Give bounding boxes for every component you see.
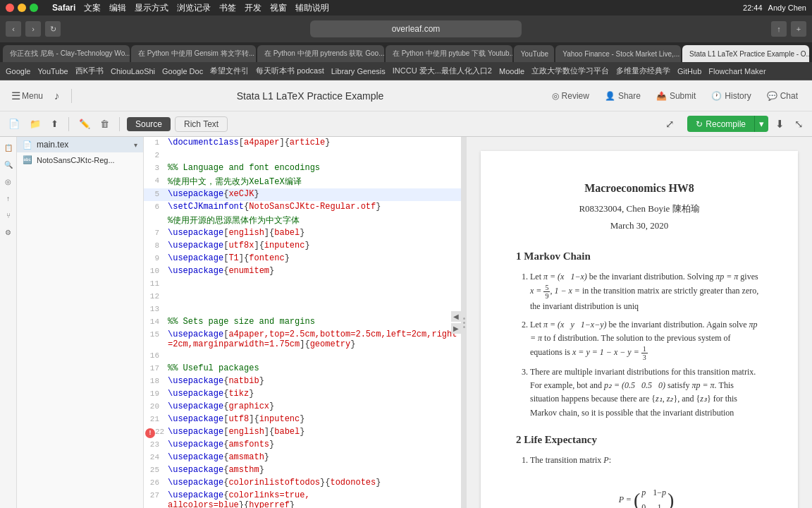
close-button[interactable] <box>6 4 14 12</box>
editor-toolbar: 📄 📁 ⬆ ✏️ 🗑 Source Rich Text ⤢ ↻ Recompil… <box>0 111 812 137</box>
editor-area: 1 \documentclass[a4paper]{article} 2 3 %… <box>144 137 461 508</box>
code-line-21: 21 \usepackage[utf8]{inputenc} <box>144 413 461 426</box>
review-button[interactable]: ◎ Review <box>546 88 595 104</box>
share-button[interactable]: 👤 Share <box>599 88 646 104</box>
code-line-16: 16 <box>144 350 461 363</box>
bookmark-github[interactable]: GitHub <box>677 67 701 75</box>
collapse-left-arrow[interactable]: ◀ <box>451 311 461 322</box>
bookmark-moodle[interactable]: Moodle <box>499 67 524 75</box>
preview-list-life: The transition matrix P: P = ( p 1−p 0 1 <box>530 454 763 508</box>
code-line-14: 14 %% Sets page size and margins <box>144 316 461 329</box>
delete-icon[interactable]: 🗑 <box>97 116 112 132</box>
menubar-item-bookmarks[interactable]: 书签 <box>219 2 236 14</box>
reload-button[interactable]: ↻ <box>45 21 61 37</box>
bookmark-hope[interactable]: 希望文件引 <box>210 66 249 76</box>
menubar-item-window[interactable]: 视窗 <box>270 2 287 14</box>
code-line-15: 15 \usepackage[a4paper,top=2.5cm,bottom=… <box>144 329 461 350</box>
source-tab[interactable]: Source <box>127 117 171 131</box>
bookmark-podcast[interactable]: 每天听本书 podcast <box>256 66 324 76</box>
sidebar-icon-share2[interactable]: ↑ <box>2 192 15 205</box>
editor-preview-divider[interactable] <box>461 137 467 508</box>
back-button[interactable]: ‹ <box>6 21 21 37</box>
sidebar-icon-files[interactable]: 📋 <box>2 141 15 154</box>
code-line-9: 9 \usepackage[T1]{fontenc} <box>144 253 461 265</box>
music-button[interactable]: ♪ <box>51 87 63 104</box>
collapse-preview-icon[interactable]: ⤡ <box>792 115 806 133</box>
sidebar-icon-compile[interactable]: ⚙ <box>2 226 15 238</box>
code-line-27: 27 \usepackage{colorlinks=true, allcolor… <box>144 490 461 508</box>
new-tab-button[interactable]: + <box>791 21 806 37</box>
tab-0[interactable]: 你正在找 尼島 - Clay-Technology Wo... <box>3 45 130 62</box>
code-line-25: 25 \usepackage{amsthm} <box>144 464 461 477</box>
tabs-bar: 你正在找 尼島 - Clay-Technology Wo... 在 Python… <box>0 42 812 62</box>
editor-scroll[interactable]: 1 \documentclass[a4paper]{article} 2 3 %… <box>144 137 461 508</box>
open-file-icon[interactable]: 📁 <box>27 116 44 132</box>
share-browser-button[interactable]: ↑ <box>771 21 787 37</box>
bookmark-googledoc[interactable]: Google Doc <box>162 67 203 75</box>
bookmark-multi[interactable]: 多维量亦经典学 <box>616 66 670 76</box>
tab-6-active[interactable]: Stata L1 LaTeX Practice Example - O... <box>682 45 809 62</box>
bookmark-xk[interactable]: 西K手书 <box>75 66 104 76</box>
submit-button[interactable]: 📤 Submit <box>651 88 701 104</box>
tab-2[interactable]: 在 Python 中使用 pytrends 获取 Goo... <box>257 45 384 62</box>
bookmark-libgen[interactable]: Library Genesis <box>331 67 386 75</box>
bookmark-flowchart[interactable]: Flowchart Maker <box>708 67 765 75</box>
preview-page: Macroeconomics HW8 R08323004, Chen Boyie… <box>481 151 798 508</box>
menubar-item-edit[interactable]: 编辑 <box>109 2 126 14</box>
expand-right-arrow[interactable]: ▶ <box>451 323 461 334</box>
preview-area[interactable]: Macroeconomics HW8 R08323004, Chen Boyie… <box>467 137 812 508</box>
menubar-item-view[interactable]: 显示方式 <box>135 2 168 14</box>
edit-icon[interactable]: ✏️ <box>76 116 93 132</box>
sidebar-icon-git[interactable]: ⑂ <box>2 209 15 222</box>
expand-icon[interactable]: ▾ <box>134 141 137 149</box>
sidebar-icon-search[interactable]: 🔍 <box>2 158 15 171</box>
code-line-12: 12 <box>144 291 461 303</box>
new-file-icon[interactable]: 📄 <box>6 116 23 132</box>
sidebar-icon-review[interactable]: ◎ <box>2 175 15 188</box>
bookmark-google[interactable]: Google <box>6 67 30 75</box>
main-area: 📋 🔍 ◎ ↑ ⑂ ⚙ 📄 main.tex ▾ 🔤 NotoSansCJKtc… <box>0 137 812 508</box>
app-name: Safari <box>52 3 75 13</box>
code-line-3: 3 %% Language and font encodings <box>144 162 461 175</box>
tab-3[interactable]: 在 Python 中使用 pytube 下载 Youtub... <box>386 45 512 62</box>
list-item-1: Let π = (x 1−x) be the invariant distrib… <box>530 270 763 313</box>
history-label: History <box>725 91 751 101</box>
review-label: Review <box>562 91 589 101</box>
preview-title: Macroeconomics HW8 <box>516 179 763 198</box>
download-icon[interactable]: ⬇ <box>773 115 787 133</box>
bookmark-chioula[interactable]: ChiouLaoShi <box>111 67 155 75</box>
recompile-dropdown-button[interactable]: ▾ <box>754 116 768 132</box>
share-label: Share <box>618 91 641 101</box>
code-line-23: 23 \usepackage{amsfonts} <box>144 439 461 452</box>
file-item-main[interactable]: 📄 main.tex ▾ <box>17 137 143 152</box>
file-item-secondary[interactable]: 🔤 NotoSansCJKtc-Reg... <box>17 152 143 167</box>
code-line-4: 4 %使用中文，需先改为XeLaTeX编译 <box>144 175 461 188</box>
menu-label: Menu <box>22 91 43 101</box>
tab-1[interactable]: 在 Python 中使用 Gensim 将文字转... <box>131 45 256 62</box>
expand-editor-icon[interactable]: ⤢ <box>663 115 677 133</box>
app-title: Stata L1 LaTeX Practice Example <box>80 90 541 102</box>
richtext-tab[interactable]: Rich Text <box>175 116 228 132</box>
bookmark-youtube[interactable]: YouTube <box>37 67 68 75</box>
list-item-3: There are multiple invariant distributio… <box>530 365 763 420</box>
menubar-item-file[interactable]: 文案 <box>84 2 101 14</box>
bookmark-inccu[interactable]: INCCU 爱大...最佳人化入口2 <box>393 66 492 76</box>
menubar-item-develop[interactable]: 开发 <box>245 2 262 14</box>
menubar-item-help[interactable]: 辅助说明 <box>295 2 329 14</box>
minimize-button[interactable] <box>18 4 26 12</box>
history-button[interactable]: 🕐 History <box>706 88 756 104</box>
forward-button[interactable]: › <box>25 21 41 37</box>
bookmark-ncu[interactable]: 立政大学数位学习平台 <box>531 66 609 76</box>
chat-button[interactable]: 💬 Chat <box>761 88 804 104</box>
fullscreen-button[interactable] <box>30 4 38 12</box>
menu-button[interactable]: ☰ Menu <box>8 87 46 105</box>
tab-5[interactable]: Yahoo Finance - Stock Market Live,... <box>555 45 681 62</box>
recompile-button[interactable]: ↻ Recompile <box>687 116 754 132</box>
upload-icon[interactable]: ⬆ <box>48 116 61 132</box>
tab-4[interactable]: YouTube <box>514 45 554 62</box>
submit-icon: 📤 <box>656 91 667 101</box>
url-input[interactable] <box>310 20 522 37</box>
traffic-lights[interactable] <box>6 4 38 12</box>
menubar-item-history[interactable]: 浏览记录 <box>177 2 211 14</box>
toolbar-divider-2 <box>68 117 69 131</box>
